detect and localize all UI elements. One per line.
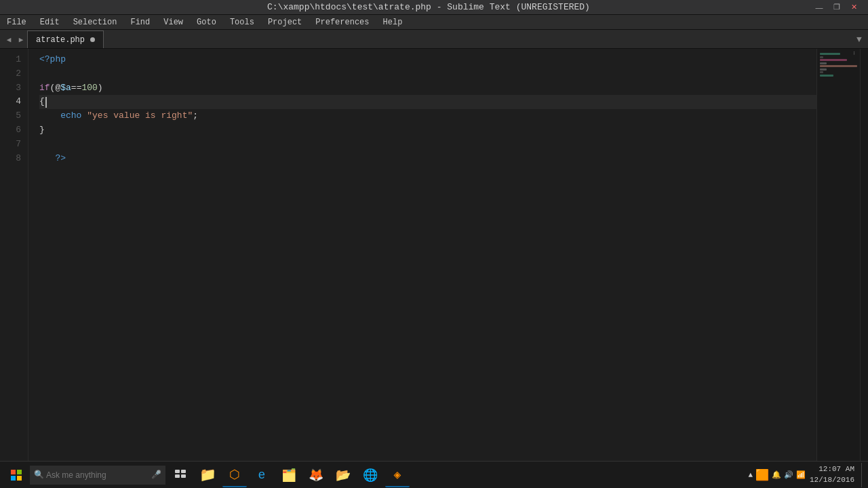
code-editor[interactable]: <?php if(@$a==100) { echo "yes value is … [28, 49, 816, 473]
line-num-1: 1 [0, 53, 21, 67]
menu-selection[interactable]: Selection [66, 15, 124, 30]
token-at: @ [55, 81, 60, 96]
start-button[interactable] [3, 462, 30, 489]
file-explorer-icon: 📁 [199, 466, 216, 483]
menu-project[interactable]: Project [261, 15, 309, 30]
system-clock[interactable]: 12:07 AM 12/18/2016 [810, 464, 854, 485]
menu-goto[interactable]: Goto [190, 15, 223, 30]
windows-logo-icon [10, 469, 22, 481]
tab-scroll-right[interactable]: ▶ [15, 30, 27, 48]
clock-date: 12/18/2016 [810, 475, 854, 485]
svg-rect-5 [181, 470, 186, 473]
window-title: C:\xampp\htdocs\test\atrate.php - Sublim… [267, 2, 590, 12]
code-line-4: { [39, 95, 816, 109]
line-num-5: 5 [0, 109, 21, 123]
line-num-7: 7 [0, 138, 21, 152]
filezilla-button[interactable]: 📂 [331, 463, 355, 487]
svg-rect-1 [17, 470, 22, 474]
chrome-icon: 🌐 [363, 468, 378, 483]
minimap: ⋯ [816, 49, 860, 473]
tab-bar: ◀ ▶ atrate.php ▼ [0, 30, 868, 49]
system-tray: ▲ 🟧 🔔 🔊 📶 [748, 468, 806, 482]
token-if: if [39, 81, 50, 96]
ie-icon: e [258, 468, 266, 482]
line-num-8: 8 [0, 152, 21, 166]
mini-line-7 [820, 71, 823, 73]
menu-help[interactable]: Help [376, 15, 410, 30]
title-bar: C:\xampp\htdocs\test\atrate.php - Sublim… [0, 0, 868, 15]
sublime-taskbar-button[interactable]: ◈ [385, 463, 410, 487]
menu-find[interactable]: Find [123, 15, 157, 30]
line-numbers: 1 2 3 4 5 6 7 8 [0, 49, 28, 473]
token-var-a: $a [60, 81, 71, 96]
svg-rect-0 [11, 470, 16, 474]
firefox-button[interactable]: 🦊 [304, 463, 328, 487]
svg-rect-2 [11, 476, 16, 481]
line-num-6: 6 [0, 123, 21, 138]
code-line-1: <?php [39, 53, 816, 67]
line-num-4: 4 [0, 95, 21, 109]
xampp-tray-icon: 🟧 [755, 468, 769, 482]
menu-tools[interactable]: Tools [223, 15, 261, 30]
close-button[interactable]: ✕ [846, 0, 863, 15]
mini-line-5 [820, 65, 857, 67]
svg-rect-7 [181, 474, 186, 478]
token-php-open: <?php [39, 53, 66, 67]
minimap-content [817, 49, 860, 81]
token-echo: echo [60, 109, 81, 123]
svg-rect-6 [175, 474, 180, 478]
code-line-5: echo "yes value is right"; [39, 109, 816, 123]
code-line-3: if(@$a==100) [39, 81, 816, 96]
menu-file[interactable]: File [0, 15, 33, 30]
token-string: "yes value is right" [87, 109, 193, 123]
filezilla-icon: 📂 [336, 468, 351, 483]
clock-time: 12:07 AM [810, 464, 854, 474]
token-brace-open: { [39, 95, 45, 109]
token-php-close: ?> [55, 152, 66, 166]
editor-container: 1 2 3 4 5 6 7 8 <?php if(@$a==100) { ech… [0, 49, 868, 473]
sublime-text-icon: ⬡ [229, 467, 240, 482]
maximize-button[interactable]: ❐ [829, 0, 845, 15]
task-view-button[interactable] [168, 463, 193, 487]
svg-rect-4 [175, 470, 180, 473]
show-desktop-button[interactable] [861, 463, 865, 487]
tab-modified-dot [90, 37, 95, 42]
tab-scroll-left[interactable]: ◀ [3, 30, 15, 48]
taskbar: 🔍 🎤 📁 ⬡ e 🗂️ 🦊 📂 🌐 ◈ ▲ 🟧 [0, 461, 868, 488]
code-line-2 [39, 67, 816, 81]
sublime-text-button[interactable]: ⬡ [222, 463, 247, 487]
menu-view[interactable]: View [157, 15, 190, 30]
token-op: == [71, 81, 82, 96]
mini-line-8 [820, 75, 833, 77]
chrome-button[interactable]: 🌐 [358, 463, 382, 487]
taskbar-search-wrapper: 🔍 🎤 [30, 466, 165, 485]
tab-label: atrate.php [36, 35, 85, 45]
volume-icon: 🔊 [784, 470, 793, 479]
token-brace-close: } [39, 123, 45, 138]
taskbar-search-input[interactable] [30, 466, 165, 485]
firefox-icon: 🦊 [309, 468, 323, 483]
menu-edit[interactable]: Edit [33, 15, 66, 30]
task-view-icon [174, 469, 186, 481]
mini-line-2 [820, 56, 823, 58]
taskbar-right: ▲ 🟧 🔔 🔊 📶 12:07 AM 12/18/2016 [748, 463, 865, 487]
file-explorer-button[interactable]: 📁 [195, 463, 220, 487]
windows-explorer-button[interactable]: 🗂️ [277, 463, 301, 487]
microphone-icon: 🎤 [151, 470, 161, 480]
tab-expand-button[interactable]: ▼ [853, 30, 865, 48]
ie-button[interactable]: e [250, 463, 274, 487]
line-num-3: 3 [0, 81, 21, 96]
mini-line-4 [820, 62, 827, 64]
token-semicolon: ; [193, 109, 198, 123]
tray-expand-icon[interactable]: ▲ [748, 471, 753, 479]
minimize-button[interactable]: — [811, 0, 827, 15]
scrollbar-track[interactable] [860, 49, 868, 473]
menu-bar: File Edit Selection Find View Goto Tools… [0, 15, 868, 30]
tab-atrate-php[interactable]: atrate.php [27, 30, 104, 48]
code-line-7 [39, 138, 816, 152]
line-num-2: 2 [0, 67, 21, 81]
menu-preferences[interactable]: Preferences [309, 15, 376, 30]
sublime-taskbar-icon: ◈ [394, 467, 401, 482]
network-status-icon: 📶 [796, 470, 806, 479]
mini-line-1 [820, 53, 840, 55]
